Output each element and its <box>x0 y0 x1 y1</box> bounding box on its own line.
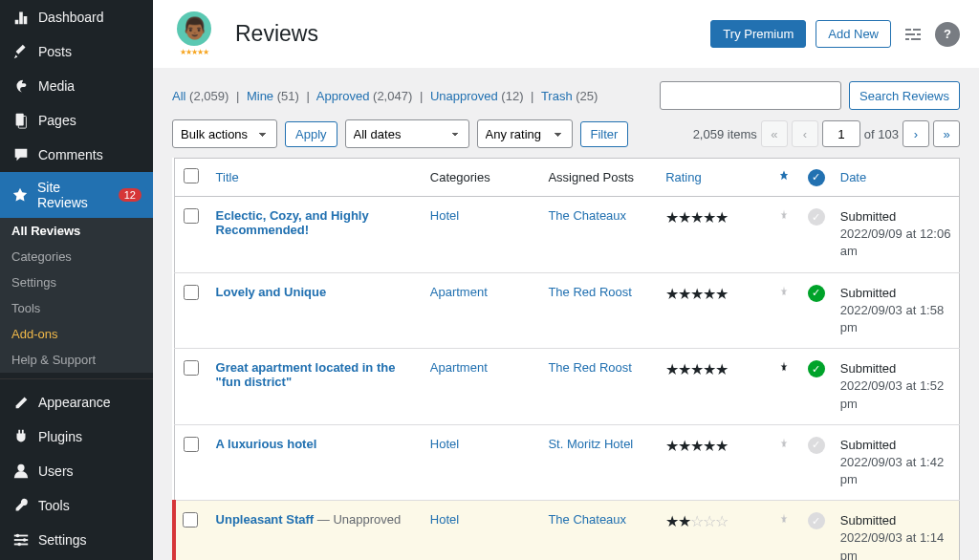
page-title: Reviews <box>235 21 318 47</box>
sidebar-item-plugins[interactable]: Plugins <box>0 420 153 454</box>
last-page-button[interactable]: » <box>933 120 960 147</box>
table-row: Unpleasant Staff — UnapprovedHotelThe Ch… <box>174 501 960 560</box>
pin-icon[interactable] <box>777 439 791 453</box>
pin-icon[interactable] <box>777 287 791 301</box>
user-icon <box>11 462 31 481</box>
col-title[interactable]: Title <box>216 170 239 184</box>
reviews-table: Title Categories Assigned Posts Rating ✓… <box>172 158 960 560</box>
verify-icon: ✓ <box>808 169 825 186</box>
next-page-button[interactable]: › <box>903 120 929 147</box>
submenu-item-tools[interactable]: Tools <box>0 295 153 321</box>
category-link[interactable]: Hotel <box>430 512 459 527</box>
pin-icon <box>777 171 791 185</box>
review-title-link[interactable]: A luxurious hotel <box>216 437 317 451</box>
rating-stars: ★★★★★ <box>665 209 728 226</box>
submenu-item-add-ons[interactable]: Add-ons <box>0 321 153 347</box>
sidebar-item-tools[interactable]: Tools <box>0 488 153 523</box>
verify-icon[interactable]: ✓ <box>808 437 825 454</box>
verify-icon[interactable]: ✓ <box>808 208 825 226</box>
svg-point-6 <box>16 534 20 538</box>
prev-page-button[interactable]: ‹ <box>792 120 818 147</box>
sidebar-item-label: Settings <box>38 532 87 548</box>
category-link[interactable]: Hotel <box>430 437 459 451</box>
date-filter-select[interactable]: All dates <box>345 119 469 148</box>
pin-icon[interactable] <box>777 210 791 225</box>
help-icon[interactable]: ? <box>935 22 960 47</box>
filter-button[interactable]: Filter <box>580 121 629 147</box>
screen-options-icon[interactable] <box>901 22 925 47</box>
col-assigned: Assigned Posts <box>548 170 634 184</box>
sidebar-item-comments[interactable]: Comments <box>0 138 153 172</box>
col-categories: Categories <box>430 170 490 184</box>
review-title-link[interactable]: Great apartment located in the "fun dist… <box>216 360 396 389</box>
search-button[interactable]: Search Reviews <box>849 81 960 110</box>
apply-button[interactable]: Apply <box>285 121 337 147</box>
review-title-link[interactable]: Unpleasant Staff <box>216 512 315 527</box>
verify-icon[interactable]: ✓ <box>808 285 825 302</box>
sidebar-item-settings[interactable]: Settings <box>0 523 153 557</box>
svg-rect-11 <box>913 29 921 31</box>
sidebar-item-label: Comments <box>38 147 103 162</box>
review-title-link[interactable]: Eclectic, Cozy, and Highly Recommended! <box>216 208 369 237</box>
assigned-link[interactable]: The Chateaux <box>548 208 626 223</box>
sidebar-item-label: Pages <box>38 113 76 128</box>
filter-trash[interactable]: Trash <box>541 89 573 103</box>
filter-mine[interactable]: Mine <box>247 89 273 103</box>
verify-icon[interactable]: ✓ <box>808 512 825 529</box>
date-value: 2022/09/03 at 1:58 pm <box>840 303 944 334</box>
sidebar-item-label: Plugins <box>38 429 82 444</box>
category-link[interactable]: Apartment <box>430 360 488 375</box>
filter-unapproved[interactable]: Unapproved <box>430 89 498 103</box>
date-value: 2022/09/03 at 1:52 pm <box>840 378 944 410</box>
verify-icon[interactable]: ✓ <box>808 360 825 377</box>
plugin-logo: 👨🏾 ★★★★★ <box>172 11 216 56</box>
sidebar-item-label: Media <box>38 78 75 94</box>
sidebar-item-label: Site Reviews <box>37 180 111 210</box>
pin-icon[interactable] <box>777 514 791 528</box>
add-new-button[interactable]: Add New <box>816 20 891 48</box>
submenu-item-all-reviews[interactable]: All Reviews <box>0 218 153 244</box>
filter-all[interactable]: All <box>172 89 185 103</box>
status-filters: All (2,059) | Mine (51) | Approved (2,04… <box>172 89 598 103</box>
assigned-link[interactable]: The Chateaux <box>548 512 626 527</box>
assigned-link[interactable]: The Red Roost <box>548 360 631 375</box>
col-date[interactable]: Date <box>840 170 866 184</box>
select-all-checkbox[interactable] <box>184 168 199 183</box>
try-premium-button[interactable]: Try Premium <box>710 20 806 48</box>
sidebar-item-posts[interactable]: Posts <box>0 34 153 69</box>
category-link[interactable]: Hotel <box>430 208 459 223</box>
pin-icon[interactable] <box>777 362 791 377</box>
sidebar-item-users[interactable]: Users <box>0 454 153 488</box>
submenu-item-categories[interactable]: Categories <box>0 244 153 269</box>
sidebar-item-appearance[interactable]: Appearance <box>0 385 153 420</box>
rating-filter-select[interactable]: Any rating <box>477 119 573 148</box>
review-title-link[interactable]: Lovely and Unique <box>216 285 327 299</box>
badge: 12 <box>119 188 141 202</box>
sidebar-item-media[interactable]: Media <box>0 69 153 103</box>
col-rating[interactable]: Rating <box>665 170 702 184</box>
submenu-item-settings[interactable]: Settings <box>0 269 153 295</box>
row-checkbox[interactable] <box>184 360 199 376</box>
svg-rect-10 <box>905 29 911 31</box>
sidebar-item-pages[interactable]: Pages <box>0 103 153 138</box>
search-input[interactable] <box>660 81 841 110</box>
sidebar-item-label: Tools <box>38 498 70 513</box>
rating-stars: ★★☆☆☆ <box>665 513 728 529</box>
category-link[interactable]: Apartment <box>430 285 488 299</box>
assigned-link[interactable]: St. Moritz Hotel <box>548 437 633 451</box>
assigned-link[interactable]: The Red Roost <box>548 285 631 299</box>
first-page-button[interactable]: « <box>761 120 788 147</box>
row-checkbox[interactable] <box>183 512 198 528</box>
row-checkbox[interactable] <box>184 437 199 452</box>
bulk-actions-select[interactable]: Bulk actions <box>172 119 277 148</box>
filter-approved[interactable]: Approved <box>316 89 370 103</box>
table-row: A luxurious hotelHotelSt. Moritz Hotel★★… <box>174 424 960 501</box>
sidebar-item-dashboard[interactable]: Dashboard <box>0 0 153 34</box>
submenu-item-help-support[interactable]: Help & Support <box>0 347 153 373</box>
sidebar-item-site-reviews[interactable]: Site Reviews12 <box>0 172 153 218</box>
row-checkbox[interactable] <box>184 285 199 300</box>
table-row: Lovely and UniqueApartmentThe Red Roost★… <box>174 272 960 349</box>
row-checkbox[interactable] <box>184 208 199 224</box>
current-page-input[interactable] <box>822 120 860 147</box>
rating-stars: ★★★★★ <box>665 438 728 454</box>
